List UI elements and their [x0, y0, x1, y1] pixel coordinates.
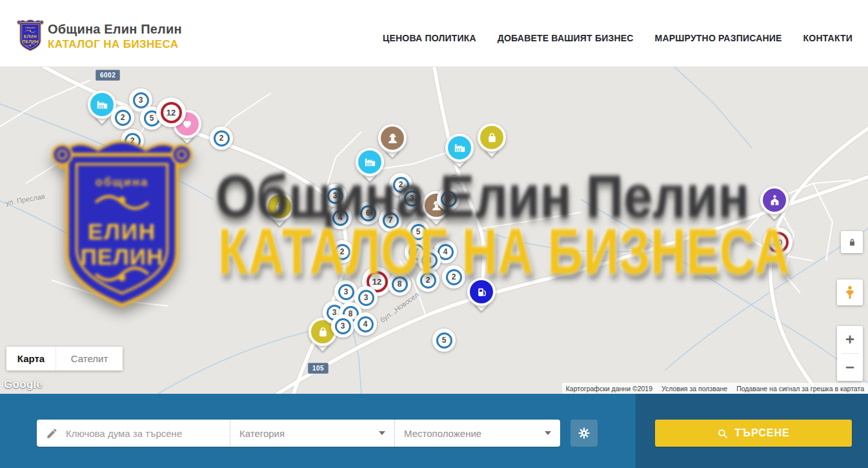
emblem-top-text: община — [17, 26, 44, 29]
cluster-count: 12 — [167, 108, 176, 117]
nav-item-schedule[interactable]: МАРШРУТНО РАЗПИСАНИЕ — [655, 33, 782, 43]
cluster-marker[interactable]: 2 — [210, 127, 233, 150]
cluster-count: 5 — [442, 336, 447, 345]
site-logo[interactable]: община ЕЛИН ПЕЛИН — [17, 19, 44, 53]
pegman-icon — [842, 285, 858, 300]
search-button[interactable]: ТЪРСЕНЕ — [655, 420, 852, 447]
zoom-out-button[interactable]: − — [837, 354, 863, 381]
nav-item-pricing[interactable]: ЦЕНОВА ПОЛИТИКА — [383, 33, 476, 43]
lock-button[interactable] — [841, 231, 863, 253]
cluster-count: 3 — [341, 321, 345, 331]
watermark-emblem: община ЕЛИН ПЕЛИН — [50, 136, 194, 315]
cluster-count: 4 — [363, 320, 368, 329]
satellite-view-button[interactable]: Сателит — [56, 347, 123, 371]
cluster-count: 3 — [364, 293, 368, 302]
site-tagline: КАТАЛОГ НА БИЗНЕСА — [48, 38, 182, 51]
keyword-search-input[interactable] — [65, 427, 223, 440]
cluster-count: 3 — [344, 287, 348, 296]
search-fields-bar: Категория Местоположение — [37, 420, 560, 447]
cluster-marker[interactable]: 3 — [331, 314, 354, 338]
zoom-in-button[interactable]: + — [837, 326, 863, 353]
advanced-settings-button[interactable] — [570, 420, 598, 447]
cluster-count: 2 — [219, 134, 224, 143]
terms-link[interactable]: Условия за ползване — [661, 385, 727, 392]
search-button-label: ТЪРСЕНЕ — [734, 427, 789, 439]
google-logo[interactable]: Google — [4, 378, 43, 391]
location-select-label: Местоположение — [404, 428, 481, 439]
cluster-marker[interactable]: 5 — [432, 329, 456, 352]
search-bar: Категория Местоположение — [0, 394, 868, 468]
site-name: Община Елин Пелин — [48, 22, 182, 37]
cluster-count: 5 — [150, 114, 154, 123]
nav-item-add-business[interactable]: ДОБАВЕТЕ ВАШИЯТ БИЗНЕС — [498, 33, 634, 43]
cluster-count: 2 — [121, 113, 125, 122]
zoom-control: + − — [837, 326, 863, 381]
category-select-label: Категория — [239, 428, 285, 439]
search-icon — [717, 428, 728, 439]
attribution-copyright: Картографски данни ©2019 — [566, 385, 652, 392]
gear-icon — [577, 426, 591, 440]
municipality-emblem: община ЕЛИН ПЕЛИН — [17, 19, 44, 53]
category-select[interactable]: Категория — [230, 420, 395, 447]
map-attribution: Картографски данни ©2019 Условия за полз… — [562, 383, 868, 394]
pencil-icon — [46, 427, 58, 440]
cluster-marker[interactable]: 4 — [354, 312, 377, 336]
cluster-marker[interactable]: 2 — [111, 106, 134, 129]
google-map[interactable]: 6002105ул. Преславбул. „Новоселци" 32512… — [0, 67, 868, 394]
keyword-field-wrap — [37, 420, 230, 447]
chevron-down-icon — [545, 431, 551, 435]
main-nav: ЦЕНОВА ПОЛИТИКА ДОБАВЕТЕ ВАШИЯТ БИЗНЕС М… — [383, 0, 853, 67]
header: община ЕЛИН ПЕЛИН Община Елин Пелин КАТА… — [0, 0, 868, 67]
lock-icon — [847, 238, 857, 247]
page: община ЕЛИН ПЕЛИН Община Елин Пелин КАТА… — [0, 0, 868, 468]
watermark-subtitle: КАТАЛОГ НА БИЗНЕСА — [218, 214, 790, 289]
cluster-count: 3 — [139, 96, 143, 105]
brand-block[interactable]: Община Елин Пелин КАТАЛОГ НА БИЗНЕСА — [48, 22, 182, 51]
location-select[interactable]: Местоположение — [395, 420, 560, 447]
chevron-down-icon — [379, 431, 385, 435]
cluster-marker[interactable]: 12 — [156, 97, 186, 127]
nav-item-contacts[interactable]: КОНТАКТИ — [803, 33, 853, 43]
map-type-control: Карта Сателит — [6, 347, 123, 371]
report-error-link[interactable]: Подаване на сигнал за грешка в картата — [736, 385, 864, 392]
emblem-line2: ПЕЛИН — [17, 39, 44, 45]
pegman-control[interactable] — [837, 280, 863, 305]
map-view-button[interactable]: Карта — [6, 347, 56, 371]
